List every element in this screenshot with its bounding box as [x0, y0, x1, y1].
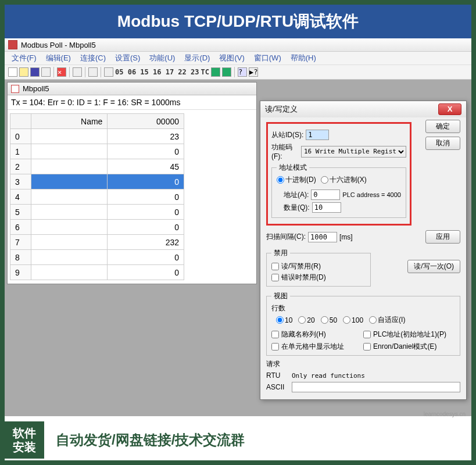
delete-icon[interactable]: ✕ [57, 67, 66, 77]
table-row[interactable]: 245 [10, 159, 184, 174]
radio-100-label: 100 [352, 316, 363, 324]
menu-item[interactable]: 窗口(W) [249, 52, 286, 63]
addr-input[interactable] [311, 189, 340, 200]
scan-input[interactable] [308, 232, 337, 242]
print-icon[interactable] [41, 67, 51, 77]
dialog-title-text: 读/写定义 [265, 104, 298, 115]
slave-id-label: 从站ID(S): [271, 130, 303, 140]
table-row[interactable]: 60 [10, 220, 184, 235]
separator [69, 67, 70, 77]
cb-disable-err[interactable] [271, 274, 279, 281]
dialog-titlebar[interactable]: 读/写定义 X [260, 101, 466, 117]
new-icon[interactable] [8, 67, 17, 77]
menu-item[interactable]: 功能(U) [145, 52, 180, 63]
cb-hide-name-label: 隐藏名称列(H) [281, 330, 326, 339]
save-icon[interactable] [30, 67, 40, 77]
highlighted-section: 从站ID(S): 功能码(F): 16 Write Multiple Regis… [266, 122, 411, 226]
data-table: Name 00000 023102453040506072328090 [10, 113, 184, 280]
app-window: Modbus Poll - Mbpoll5 文件(F)编辑(E)连接(C)设置(… [5, 38, 471, 416]
toolbar-tc[interactable]: TC [201, 68, 209, 76]
ascii-label: ASCII [266, 383, 289, 391]
mdi-area: Mbpoll5 Tx = 104: Err = 0: ID = 1: F = 1… [5, 80, 471, 416]
cb-hide-name[interactable] [271, 331, 279, 338]
monitor-icon[interactable] [211, 67, 220, 77]
addr-mode-fieldset: 地址模式 十进制(D) 十六进制(X) 地址(A): PLC address = [271, 163, 406, 218]
child-titlebar: Mbpoll5 [8, 83, 256, 95]
table-row[interactable]: 7232 [10, 235, 184, 250]
menu-item[interactable]: 文件(F) [7, 52, 41, 63]
table-row[interactable]: 30 [10, 174, 184, 189]
cb-plc-addr[interactable] [363, 331, 371, 338]
qty-label: 数量(Q): [284, 203, 310, 213]
monitor2-icon[interactable] [222, 67, 231, 77]
menu-item[interactable]: 连接(C) [76, 52, 110, 63]
separator [53, 67, 54, 77]
bottom-left-badge: 软件 安装 [5, 421, 44, 459]
scan-label: 扫描间隔(C): [266, 232, 306, 242]
watermark: learncodesys.cn [424, 411, 466, 417]
radio-20[interactable] [298, 316, 306, 324]
app-title: Modbus Poll - Mbpoll5 [21, 41, 96, 49]
table-row[interactable]: 90 [10, 265, 184, 280]
toolbar-codes[interactable]: 05 06 15 16 17 22 23 [115, 68, 199, 76]
radio-100[interactable] [343, 316, 350, 324]
cb-enron[interactable] [363, 343, 371, 350]
menu-item[interactable]: 编辑(E) [41, 52, 76, 63]
wave-icon[interactable] [104, 67, 113, 77]
rtu-text: Only read functions [292, 372, 365, 380]
radio-auto-label: 自适应(I) [378, 315, 405, 325]
scan-unit: [ms] [339, 233, 353, 241]
ascii-input[interactable] [292, 382, 460, 392]
help-icon[interactable]: ? [238, 67, 247, 77]
whatsthis-icon[interactable]: ▶? [249, 67, 258, 77]
connect-icon[interactable] [73, 67, 82, 77]
slave-id-input[interactable] [306, 130, 329, 140]
menu-item[interactable]: 设置(S) [110, 52, 145, 63]
table-row[interactable]: 10 [10, 144, 184, 159]
cb-show-addr-label: 在单元格中显示地址 [281, 342, 344, 352]
banner-title: Modbus TCP/UDP/RTU调试软件 [5, 5, 471, 38]
child-window: Mbpoll5 Tx = 104: Err = 0: ID = 1: F = 1… [7, 82, 257, 284]
radio-10[interactable] [276, 316, 284, 324]
cancel-button[interactable]: 取消 [425, 137, 460, 150]
menu-item[interactable]: 帮助(H) [286, 52, 321, 63]
radio-auto[interactable] [369, 316, 377, 324]
menu-item[interactable]: 显示(D) [180, 52, 214, 63]
radio-hex[interactable] [321, 176, 328, 184]
ok-button[interactable]: 确定 [425, 120, 460, 133]
radio-hex-label: 十六进制(X) [330, 175, 367, 185]
child-icon [11, 85, 19, 93]
qty-input[interactable] [312, 202, 341, 213]
child-title-text: Mbpoll5 [23, 84, 49, 93]
func-select[interactable]: 16 Write Multiple Regist [301, 146, 406, 158]
view-legend: 视图 [271, 291, 290, 301]
radio-decimal[interactable] [277, 176, 284, 184]
col-blank [10, 114, 31, 129]
cb-plc-addr-label: PLC地址(初始地址1)(P) [373, 330, 446, 339]
table-row[interactable]: 50 [10, 205, 184, 220]
cb-disable-rw-label: 读/写禁用(R) [281, 262, 321, 271]
disable-legend: 禁用 [271, 248, 290, 258]
cb-show-addr[interactable] [271, 343, 279, 350]
table-row[interactable]: 80 [10, 250, 184, 265]
radio-decimal-label: 十进制(D) [285, 175, 316, 185]
open-icon[interactable] [19, 67, 28, 77]
func-label: 功能码(F): [271, 142, 299, 160]
radio-50[interactable] [321, 316, 328, 324]
rows-label: 行数 [271, 303, 455, 313]
status-line: Tx = 104: Err = 0: ID = 1: F = 16: SR = … [8, 95, 256, 110]
table-row[interactable]: 023 [10, 129, 184, 144]
radio-10-label: 10 [285, 316, 292, 324]
pulse-icon[interactable] [88, 67, 98, 77]
menu-item[interactable]: 视图(V) [214, 52, 249, 63]
cb-disable-rw[interactable] [271, 263, 279, 270]
close-button[interactable]: X [438, 103, 461, 115]
view-fieldset: 视图 行数 10 20 50 100 自适应(I) 隐藏名称列(H) PLC地址… [266, 291, 460, 356]
plc-addr-text: PLC address = 4000 [342, 191, 401, 198]
rw-once-button[interactable]: 读/写一次(O) [407, 260, 460, 273]
app-icon [8, 40, 17, 49]
separator [85, 67, 85, 77]
request-section: 请求 RTU Only read functions ASCII [266, 359, 460, 392]
table-row[interactable]: 40 [10, 189, 184, 205]
apply-button[interactable]: 应用 [425, 230, 460, 244]
